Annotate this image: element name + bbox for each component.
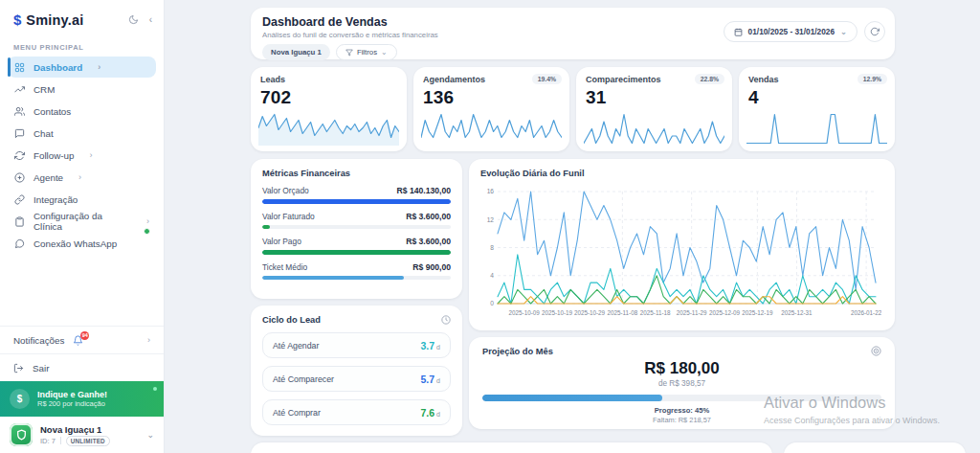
comparecimentos-sparkline — [584, 109, 724, 146]
dark-mode-toggle[interactable] — [128, 14, 139, 25]
referral-dot — [153, 387, 157, 391]
divider — [60, 437, 61, 444]
funnel-evolution-card: Evolução Diária do Funil 04812162025-10-… — [469, 159, 895, 330]
chevron-right-icon: › — [89, 150, 92, 160]
whatsapp-status-dot — [144, 228, 150, 235]
cycle-label: Até Agendar — [273, 341, 319, 351]
progress-fill — [262, 225, 270, 230]
partial-card — [784, 442, 966, 453]
agendamentos-sparkline — [421, 109, 562, 146]
month-projection-card: Projeção do Mês R$ 180,00 de R$ 398,57 P… — [469, 337, 895, 429]
sidebar-item-label: Conexão WhatsApp — [33, 238, 117, 249]
collapse-sidebar-button[interactable]: ‹ — [149, 14, 152, 25]
svg-text:2026-01-22: 2026-01-22 — [851, 309, 881, 316]
kpi-value: 702 — [260, 87, 397, 108]
trending-up-icon — [14, 84, 25, 95]
sidebar-item-contatos[interactable]: Contatos — [8, 101, 156, 122]
sidebar-item-integracao[interactable]: Integração — [8, 189, 156, 210]
chevron-right-icon: › — [98, 62, 100, 72]
dashboard-icon — [14, 62, 25, 73]
sidebar-item-conexao-whatsapp[interactable]: Conexão WhatsApp — [8, 233, 156, 254]
progress-track — [262, 225, 451, 230]
shield-icon — [15, 429, 28, 442]
referral-banner[interactable]: $ Indique e Ganhe! R$ 200 por indicação — [0, 381, 164, 417]
clipboard-icon — [14, 216, 25, 227]
notifications-badge: 94 — [80, 331, 89, 340]
kpi-value: 4 — [748, 87, 885, 108]
plan-badge: UNLIMITED — [66, 436, 110, 446]
unit-chip-label: Nova Iguaçu 1 — [271, 48, 322, 57]
metric-label: Valor Orçado — [262, 186, 309, 195]
kpi-card-agendamentos: Agendamentos 19.4% 136 — [413, 67, 569, 151]
progress-fill — [262, 250, 451, 255]
svg-text:16: 16 — [487, 188, 495, 194]
logout-button[interactable]: Sair — [0, 353, 164, 381]
chevron-right-icon: › — [147, 335, 150, 345]
filter-icon — [345, 49, 353, 57]
financial-row: Valor OrçadoR$ 140.130,00 — [262, 186, 451, 204]
sidebar: $ Sminy.ai ‹ MENU PRINCIPAL Dashboard › … — [0, 0, 165, 453]
sidebar-item-label: Follow-up — [33, 150, 74, 161]
users-icon — [14, 106, 25, 117]
partial-card — [251, 442, 772, 453]
date-range-picker[interactable]: 01/10/2025 - 31/01/2026 ⌄ — [724, 21, 858, 42]
kpi-badge: 12.9% — [858, 74, 887, 84]
notifications-button[interactable]: Notificações 94 › — [0, 326, 164, 353]
projection-progress-label: Progresso: 45% — [482, 406, 881, 415]
svg-text:4: 4 — [490, 272, 494, 279]
cycle-title: Ciclo do Lead — [262, 315, 321, 325]
kpi-card-comparecimentos: Comparecimentos 22.8% 31 — [576, 67, 732, 151]
link-icon — [14, 194, 25, 205]
chevron-right-icon: › — [78, 172, 81, 182]
cycle-value: 7.6d — [420, 407, 440, 419]
sidebar-item-configuracao-clinica[interactable]: Configuração da Clínica › — [8, 211, 156, 232]
svg-text:2025-12-19: 2025-12-19 — [742, 309, 773, 316]
filters-button[interactable]: Filtros ⌄ — [336, 44, 397, 60]
progress-track — [262, 250, 451, 255]
metric-label: Valor Faturado — [262, 212, 315, 221]
sidebar-item-dashboard[interactable]: Dashboard › — [8, 57, 156, 78]
chevron-down-icon: ⌄ — [146, 430, 154, 440]
cycle-unit: d — [436, 344, 440, 351]
clock-icon — [441, 315, 451, 325]
bell-icon: 94 — [73, 335, 83, 346]
sidebar-item-label: Dashboard — [33, 62, 82, 73]
account-name: Nova Iguaçu 1 — [40, 424, 110, 435]
projection-remaining-label: Faltam: R$ 218,57 — [482, 416, 881, 424]
projection-title: Projeção do Mês — [482, 347, 553, 356]
account-id: ID: 7 — [40, 437, 56, 445]
notifications-label: Notificações — [13, 335, 64, 346]
account-switcher[interactable]: Nova Iguaçu 1 ID: 7 UNLIMITED ⌄ — [0, 417, 164, 453]
chevron-down-icon: ⌄ — [840, 27, 847, 36]
target-icon — [871, 346, 881, 356]
moon-icon — [128, 14, 139, 25]
financial-metrics-card: Métricas Financeiras Valor OrçadoR$ 140.… — [251, 159, 462, 299]
whatsapp-icon — [14, 238, 25, 249]
svg-text:2025-10-29: 2025-10-29 — [574, 309, 606, 316]
funnel-chart-title: Evolução Diária do Funil — [480, 169, 883, 178]
svg-text:2025-10-09: 2025-10-09 — [509, 309, 541, 316]
kpi-value: 136 — [423, 87, 560, 108]
sidebar-item-crm[interactable]: CRM — [8, 79, 156, 100]
svg-text:2025-11-18: 2025-11-18 — [640, 309, 671, 316]
unit-chip[interactable]: Nova Iguaçu 1 — [262, 44, 330, 60]
sidebar-item-chat[interactable]: Chat — [8, 123, 156, 144]
chevron-right-icon: › — [146, 216, 149, 226]
kpi-card-leads: Leads 702 — [251, 67, 407, 151]
filters-label: Filtros — [357, 48, 377, 57]
svg-text:2025-10-19: 2025-10-19 — [542, 309, 573, 316]
referral-title: Indique e Ganhe! — [37, 390, 107, 399]
cycle-row: Até Comprar 7.6d — [262, 399, 451, 425]
svg-text:2025-12-31: 2025-12-31 — [781, 309, 813, 316]
progress-fill — [262, 276, 404, 281]
sidebar-item-label: Contatos — [33, 106, 71, 117]
kpi-badge: 19.4% — [532, 74, 562, 84]
sidebar-item-follow-up[interactable]: Follow-up › — [8, 145, 156, 166]
date-range-value: 01/10/2025 - 31/01/2026 — [748, 27, 835, 36]
sidebar-item-agente[interactable]: Agente › — [8, 167, 156, 188]
cycle-row: Até Agendar 3.7d — [262, 332, 451, 358]
refresh-icon — [14, 150, 25, 161]
refresh-button[interactable] — [864, 21, 885, 42]
projection-progress-fill — [482, 395, 662, 401]
sidebar-item-label: CRM — [33, 84, 55, 95]
